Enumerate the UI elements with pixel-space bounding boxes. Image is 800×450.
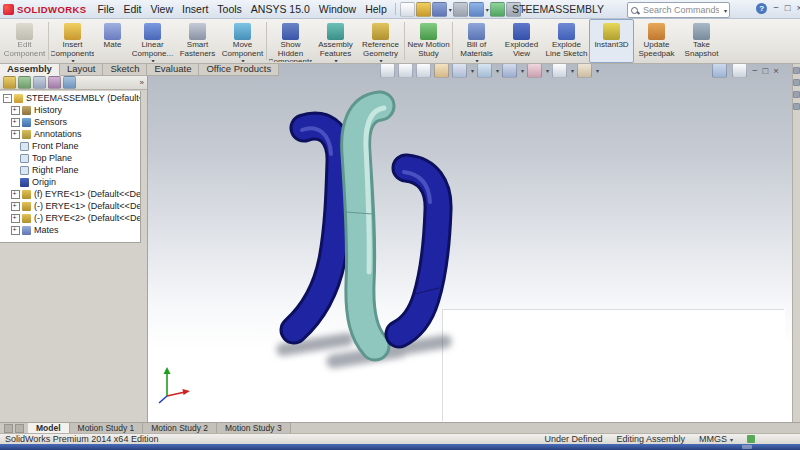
edit-appearance-icon[interactable] (527, 63, 542, 78)
panel-overflow-chevron[interactable]: » (140, 78, 144, 87)
task-pane-design-library-icon[interactable] (793, 79, 800, 86)
tab-scroll-left-icon[interactable] (4, 424, 13, 433)
tree-item-annotations[interactable]: Annotations (0, 128, 140, 140)
task-pane-file-explorer-icon[interactable] (793, 91, 800, 98)
expand-expander[interactable] (11, 226, 20, 235)
tree-item-sensors[interactable]: Sensors (0, 116, 140, 128)
menu-file[interactable]: File (93, 2, 118, 16)
expand-expander[interactable] (11, 190, 20, 199)
tab-model[interactable]: Model (28, 423, 70, 433)
feature-tree-tab-icon[interactable] (3, 76, 16, 89)
expand-expander[interactable] (11, 106, 20, 115)
update-speedpak-button[interactable]: Update Speedpak (634, 19, 679, 63)
search-input[interactable] (641, 4, 721, 16)
smart-fasteners-button[interactable]: Smart Fasteners (175, 19, 220, 63)
model-bar-left[interactable] (294, 126, 340, 330)
mate-button[interactable]: Mate (95, 19, 130, 63)
expand-expander[interactable] (11, 118, 20, 127)
collapse-expander[interactable] (3, 94, 12, 103)
tab-motion-study-2[interactable]: Motion Study 2 (143, 423, 217, 433)
tab-scroll-right-icon[interactable] (15, 424, 24, 433)
move-component-button[interactable]: Move Component ▾ (220, 19, 265, 63)
new-motion-study-button[interactable]: New Motion Study (406, 19, 451, 63)
exploded-view-button[interactable]: Exploded View (499, 19, 544, 63)
tab-motion-study-3[interactable]: Motion Study 3 (217, 423, 291, 433)
bill-of-materials-button[interactable]: Bill of Materials ▾ (454, 19, 499, 63)
display-style-icon[interactable] (477, 63, 492, 78)
take-snapshot-button[interactable]: Take Snapshot (679, 19, 724, 63)
save-icon[interactable] (432, 2, 447, 17)
menu-ansys[interactable]: ANSYS 15.0 (247, 2, 314, 16)
new-document-icon[interactable] (400, 2, 415, 17)
menu-window[interactable]: Window (315, 2, 360, 16)
edit-component-button[interactable]: Edit Component (2, 19, 47, 63)
menu-help[interactable]: Help (361, 2, 391, 16)
save-dropdown-caret[interactable]: ▾ (449, 6, 452, 13)
units-dropdown-caret[interactable]: ▾ (730, 436, 733, 443)
tree-item-mates[interactable]: Mates (0, 224, 140, 236)
tree-item-component-eyre1[interactable]: (f) EYRE<1> (Default<<Default>_Dis (0, 188, 140, 200)
tree-item-right-plane[interactable]: Right Plane (0, 164, 140, 176)
units-selector[interactable]: MMGS ▾ (699, 434, 733, 444)
undo-icon[interactable] (469, 2, 484, 17)
fullscreen-icon[interactable] (712, 63, 727, 78)
property-manager-tab-icon[interactable] (18, 76, 31, 89)
display-manager-tab-icon[interactable] (63, 76, 76, 89)
tab-scroll-buttons[interactable] (0, 423, 28, 433)
open-document-icon[interactable] (416, 2, 431, 17)
apply-scene-icon[interactable] (552, 63, 567, 78)
tab-evaluate[interactable]: Evaluate (147, 62, 199, 76)
tree-root-assembly[interactable]: STEEMASSEMBLY (Default<Display Stat (0, 92, 140, 104)
tab-sketch[interactable]: Sketch (103, 62, 147, 76)
close-icon[interactable]: × (796, 2, 800, 14)
expand-expander[interactable] (11, 202, 20, 211)
tab-assembly[interactable]: Assembly (0, 62, 60, 76)
search-box[interactable]: ▾ (627, 2, 730, 18)
tree-item-component-erye2[interactable]: (-) ERYE<2> (Default<<Default>_Dis (0, 212, 140, 224)
menu-edit[interactable]: Edit (119, 2, 145, 16)
help-icon[interactable]: ? (756, 3, 767, 14)
linear-component-pattern-button[interactable]: Linear Compone... ▾ (130, 19, 175, 63)
task-pane-strip[interactable] (792, 62, 800, 422)
task-pane-appearances-icon[interactable] (793, 103, 800, 110)
model-bar-right[interactable] (399, 168, 439, 334)
taskbar-show-hidden-icons[interactable] (742, 445, 752, 449)
previous-view-icon[interactable] (416, 63, 431, 78)
instant3d-button[interactable]: Instant3D (589, 19, 634, 63)
minimize-icon[interactable]: − (773, 2, 779, 14)
print-icon[interactable] (453, 2, 468, 17)
tree-item-front-plane[interactable]: Front Plane (0, 140, 140, 152)
menu-view[interactable]: View (146, 2, 177, 16)
restore-icon[interactable]: □ (785, 2, 791, 14)
undo-dropdown-caret[interactable]: ▾ (486, 6, 489, 13)
search-dropdown-caret[interactable]: ▾ (724, 7, 727, 14)
view-settings-icon[interactable] (577, 63, 592, 78)
tree-item-component-erye1[interactable]: (-) ERYE<1> (Default<<Default>_Dis (0, 200, 140, 212)
menu-insert[interactable]: Insert (178, 2, 212, 16)
menu-tools[interactable]: Tools (213, 2, 246, 16)
dimxpert-manager-tab-icon[interactable] (48, 76, 61, 89)
model-bar-middle[interactable] (346, 106, 384, 346)
expand-expander[interactable] (11, 214, 20, 223)
tree-item-origin[interactable]: Origin (0, 176, 140, 188)
expand-expander[interactable] (11, 130, 20, 139)
doc-close-icon[interactable]: × (773, 65, 779, 77)
view-orientation-icon[interactable] (452, 63, 467, 78)
zoom-fit-icon[interactable] (380, 63, 395, 78)
doc-minimize-icon[interactable]: − (752, 65, 758, 77)
explode-line-sketch-button[interactable]: Explode Line Sketch (544, 19, 589, 63)
tree-item-history[interactable]: History (0, 104, 140, 116)
reference-geometry-button[interactable]: Reference Geometry ▾ (358, 19, 403, 63)
configuration-manager-tab-icon[interactable] (33, 76, 46, 89)
insert-components-button[interactable]: Insert Components ▾ (50, 19, 95, 63)
show-hidden-components-button[interactable]: Show Hidden Components (268, 19, 313, 63)
assembly-features-button[interactable]: Assembly Features ▾ (313, 19, 358, 63)
model-canvas[interactable] (148, 62, 792, 422)
hide-show-items-icon[interactable] (502, 63, 517, 78)
task-pane-resources-icon[interactable] (793, 67, 800, 74)
zoom-area-icon[interactable] (398, 63, 413, 78)
section-view-icon[interactable] (434, 63, 449, 78)
tree-item-top-plane[interactable]: Top Plane (0, 152, 140, 164)
viewport-layout-icon[interactable] (732, 63, 747, 78)
rebuild-icon[interactable] (490, 2, 505, 17)
